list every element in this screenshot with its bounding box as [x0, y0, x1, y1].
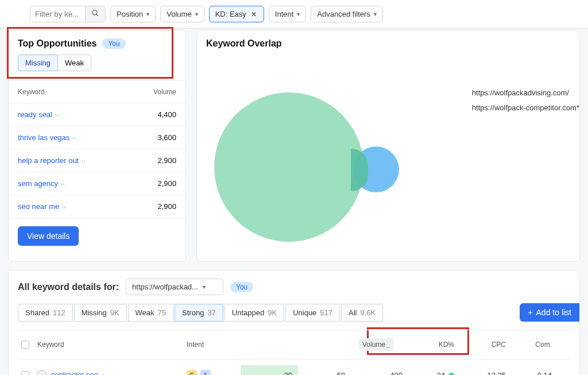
intent-informational-badge: I	[200, 370, 211, 375]
col-kd[interactable]: KD%	[413, 338, 465, 351]
col-volume: Volume	[153, 88, 176, 96]
svg-point-0	[92, 10, 97, 15]
table-row: + contractor seo›› C I 39 68 480 24 12.3…	[18, 359, 570, 375]
details-title: All keyword details for:	[18, 282, 119, 292]
table-row: sem agency›› 2,900	[9, 172, 185, 195]
chevrons-icon: ››	[72, 134, 76, 141]
volume-filter-label: Volume	[167, 10, 191, 18]
opportunities-table: Keyword Volume ready seal›› 4,400 thrive…	[9, 80, 185, 218]
chevron-down-icon: ▾	[374, 11, 377, 17]
chevron-down-icon: ▾	[203, 284, 206, 290]
chevrons-icon: ››	[61, 203, 65, 210]
intent-filter[interactable]: Intent ▾	[269, 6, 307, 22]
all-keyword-details-panel: All keyword details for: https://wolfpac…	[8, 270, 580, 375]
advanced-filters[interactable]: Advanced filters ▾	[311, 6, 383, 22]
venn-diagram: https://wolfpackadvising.com/ https://wo…	[197, 55, 579, 261]
table-row: ready seal›› 4,400	[9, 103, 185, 126]
keyword-overlap-title: Keyword Overlap	[206, 38, 282, 49]
volume-filter[interactable]: Volume ▾	[160, 6, 204, 22]
table-row: seo near me›› 2,900	[9, 195, 185, 218]
intent-filter-label: Intent	[275, 10, 294, 18]
opportunities-tabs: Missing Weak	[9, 55, 185, 77]
tab-weak[interactable]: Weak	[58, 55, 91, 71]
close-icon[interactable]: ✕	[250, 10, 258, 18]
tab-all[interactable]: All9.6K	[341, 304, 383, 322]
chevron-down-icon: ▾	[146, 11, 149, 17]
domain-selector-value: https://wolfpackad...	[132, 283, 198, 291]
tab-untapped[interactable]: Untapped9K	[225, 304, 284, 322]
plus-icon: +	[528, 308, 532, 317]
you-badge: You	[230, 282, 253, 292]
keyword-volume: 2,900	[157, 156, 176, 165]
keyword-link[interactable]: ready seal››	[18, 110, 59, 119]
keyword-volume: 3,600	[157, 133, 176, 142]
keyword-link[interactable]: sem agency››	[18, 179, 64, 188]
legend-item: https://wolfpack-competitor.com*	[472, 100, 579, 115]
table-header-row: Keyword Intent Volume⎯ KD% CPC Com.	[18, 330, 570, 359]
keyword-link[interactable]: seo near me››	[18, 202, 66, 211]
content-row: Top Opportunities You Missing Weak Keywo…	[0, 30, 588, 262]
row-checkbox[interactable]	[21, 371, 29, 375]
kd-filter-label: KD: Easy	[215, 10, 246, 18]
keyword-volume: 2,900	[157, 202, 176, 211]
filter-bar: Position ▾ Volume ▾ KD: Easy ✕ Intent ▾ …	[0, 0, 588, 29]
details-table: Keyword Intent Volume⎯ KD% CPC Com. + co…	[18, 330, 570, 375]
keyword-link[interactable]: thrive las vegas››	[18, 133, 76, 142]
tab-strong[interactable]: Strong37	[175, 304, 223, 322]
legend-item: https://wolfpackadvising.com/	[472, 86, 579, 100]
details-header: All keyword details for: https://wolfpac…	[18, 279, 570, 295]
tab-missing[interactable]: Missing	[18, 55, 58, 71]
table-header: Keyword Volume	[9, 81, 185, 103]
tab-shared[interactable]: Shared112	[18, 304, 73, 322]
panel-header: Top Opportunities You	[9, 30, 185, 55]
tab-weak[interactable]: Weak75	[128, 304, 173, 322]
chevrons-icon: ››	[81, 157, 85, 164]
col-keyword: Keyword	[18, 88, 45, 96]
position-filter-label: Position	[117, 10, 143, 18]
keyword-link[interactable]: help a reporter out››	[18, 156, 86, 165]
select-all-checkbox[interactable]	[21, 341, 29, 349]
keyword-search	[30, 6, 106, 22]
serp-cell: 39	[241, 365, 298, 375]
keyword-search-input[interactable]	[30, 6, 85, 22]
pos-cell: 68	[298, 369, 355, 376]
kd-cell: 24	[413, 369, 465, 376]
chevrons-icon: ››	[55, 111, 59, 118]
position-filter[interactable]: Position ▾	[110, 6, 156, 22]
venn-legend: https://wolfpackadvising.com/ https://wo…	[472, 86, 579, 115]
details-filter-tabs: Shared112 Missing9K Weak75 Strong37 Unta…	[18, 303, 570, 322]
tab-unique[interactable]: Unique517	[285, 304, 340, 322]
keyword-volume: 2,900	[157, 179, 176, 188]
col-cpc[interactable]: CPC	[465, 338, 516, 351]
venn-circle-a	[214, 92, 363, 242]
col-keyword[interactable]: Keyword	[34, 338, 183, 351]
svg-line-1	[96, 14, 98, 16]
keyword-link[interactable]: contractor seo››	[51, 370, 105, 375]
chevrons-icon: ››	[60, 180, 64, 187]
col-com[interactable]: Com.	[516, 338, 562, 351]
table-row: help a reporter out›› 2,900	[9, 149, 185, 172]
com-cell: 0.14	[516, 369, 562, 376]
tab-missing[interactable]: Missing9K	[74, 304, 127, 322]
kd-dot-icon	[448, 373, 454, 375]
intent-cell: C I	[183, 368, 241, 375]
cpc-cell: 12.35	[465, 369, 516, 376]
panel-header: Keyword Overlap	[197, 30, 579, 55]
domain-selector[interactable]: https://wolfpackad... ▾	[126, 279, 223, 295]
expand-icon[interactable]: +	[37, 370, 47, 375]
add-to-list-button[interactable]: + Add to list	[520, 303, 579, 322]
advanced-filters-label: Advanced filters	[317, 10, 370, 18]
table-row: thrive las vegas›› 3,600	[9, 126, 185, 149]
view-details-button[interactable]: View details	[18, 226, 79, 246]
volume-cell: 480	[355, 369, 413, 376]
add-to-list-label: Add to list	[536, 308, 571, 317]
keyword-volume: 4,400	[157, 110, 176, 119]
keyword-cell: + contractor seo››	[34, 368, 183, 375]
col-intent[interactable]: Intent	[183, 338, 241, 351]
kd-filter[interactable]: KD: Easy ✕	[209, 6, 264, 22]
search-icon[interactable]	[85, 6, 105, 22]
col-pos	[298, 342, 355, 347]
serp-bar: 39	[241, 365, 298, 375]
top-opportunities-title: Top Opportunities	[18, 38, 96, 49]
col-volume[interactable]: Volume⎯	[355, 336, 413, 353]
